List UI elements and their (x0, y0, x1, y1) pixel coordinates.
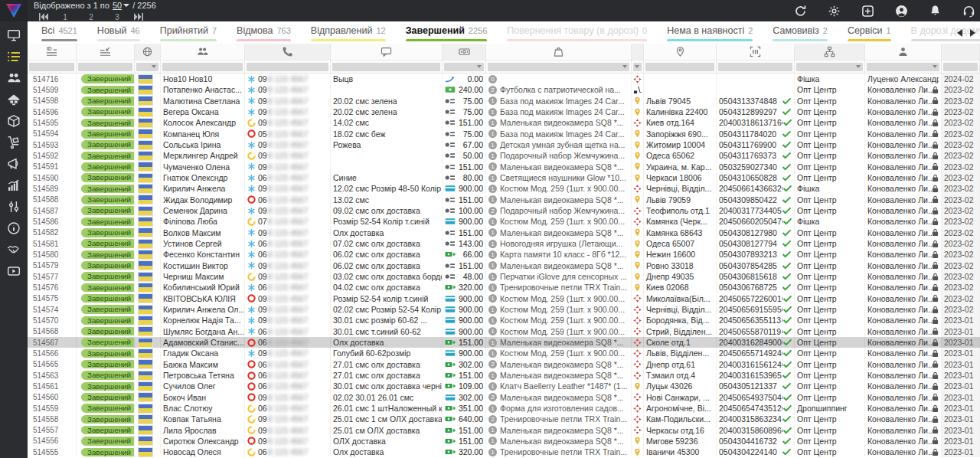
sidebar-item-partners-handshake-icon[interactable] (7, 243, 21, 257)
account-icon[interactable] (895, 5, 908, 18)
table-row[interactable]: 514558ЗавершенийКовпак Татьяна098 123 45… (28, 414, 980, 424)
filter-input-product[interactable] (488, 63, 629, 71)
filter-input-city[interactable] (645, 63, 714, 71)
table-row[interactable]: 514575ЗавершенийКВІТОВСЬКА ЮЛІЯ098 123 4… (28, 293, 980, 304)
table-row[interactable]: 514566ЗавершенийГладик Оксана098 123 456… (28, 348, 980, 358)
table-row[interactable]: 514568ЗавершенийШумляс Богдана Ан...068 … (28, 326, 980, 337)
support-headset-icon[interactable] (962, 5, 975, 18)
sidebar-item-orders-list-icon[interactable] (7, 50, 21, 64)
tab-Завершений[interactable]: Завершений2256 (406, 25, 488, 41)
table-row[interactable]: 514576ЗавершенийКобилинський Юрий068 123… (28, 282, 980, 293)
filter-input-flag[interactable] (136, 63, 158, 71)
table-row[interactable]: 514586ЗавершенийФіліпова Люба078 123 456… (28, 216, 980, 227)
sidebar-item-marketing-megaphone-icon[interactable] (7, 157, 21, 171)
tab-scroll-left-icon[interactable] (957, 29, 962, 37)
filter-input-dicon[interactable] (633, 63, 642, 71)
column-header-dicon[interactable] (632, 44, 644, 60)
page-number-1[interactable]: 1 (52, 13, 78, 21)
table-row[interactable]: 514580ЗавершенийФесенко Константин068 12… (28, 249, 980, 260)
per-page-select[interactable]: 50 (113, 1, 129, 10)
table-row[interactable]: 514574ЗавершенийКирилич Анжела Ол...098 … (28, 304, 980, 315)
gear-icon[interactable] (828, 5, 841, 18)
refresh-icon[interactable] (794, 5, 807, 18)
filter-input-id[interactable] (29, 63, 74, 71)
filter-input-name[interactable] (162, 63, 243, 71)
filter-input-money[interactable] (444, 63, 484, 71)
column-header-money[interactable] (443, 44, 486, 60)
column-header-comment[interactable] (331, 44, 443, 60)
table-row[interactable]: 514577ЗавершенийЧерниш Максим098 123 456… (28, 271, 980, 282)
tab-Всі[interactable]: Всі4521 (41, 25, 77, 41)
column-header-ttn[interactable] (717, 44, 795, 60)
table-row[interactable]: 514590ЗавершенийГнатюк Олексндр068 123 4… (28, 172, 980, 183)
add-order-icon[interactable] (861, 5, 874, 18)
page-number-2[interactable]: 2 (78, 13, 104, 21)
table-row[interactable]: 514594ЗавершенийКомпанец Юля058 123 4567… (28, 129, 980, 139)
table-row[interactable]: 514582ЗавершенийВолков Максим098 123 456… (28, 227, 980, 238)
table-row[interactable]: 514559ЗавершенийВлас Слотюу068 123 45672… (28, 403, 980, 414)
column-header-flag[interactable] (135, 44, 161, 60)
table-row[interactable]: 514579ЗавершенийКостишин Виктор098 123 4… (28, 260, 980, 271)
filter-input-comment[interactable] (332, 63, 440, 71)
table-row[interactable]: 514565ЗавершенийБаюка Максим068 123 4567… (28, 359, 980, 370)
tab-Сервіси[interactable]: Сервіси1 (848, 25, 891, 41)
notifications-bell-icon[interactable] (929, 5, 942, 18)
sidebar-item-monitor-icon[interactable] (7, 28, 21, 42)
table-row[interactable]: 514588ЗавершенийЖидак Володимир068 123 4… (28, 195, 980, 205)
table-row[interactable]: 514560ЗавершенийБокоч Иван098 123 456702… (28, 392, 980, 403)
filter-input-manager[interactable] (867, 63, 939, 71)
sidebar-item-settings-sliders-icon[interactable] (7, 200, 21, 214)
tab-scroll-right-icon[interactable] (970, 29, 975, 37)
sidebar-item-statistics-chart-icon[interactable] (7, 178, 21, 192)
table-row[interactable]: 514591ЗавершенийЧумаченко Олена098 123 4… (28, 162, 980, 172)
tab-Самовивіз[interactable]: Самовивіз2 (773, 25, 828, 41)
table-row[interactable]: 514555ЗавершенийНовосад Олеся068 123 456… (28, 447, 980, 457)
app-logo[interactable] (0, 0, 28, 21)
table-row[interactable]: 514599ЗавершенийПотапенко Анастас...098 … (28, 84, 980, 95)
first-page-button[interactable] (35, 12, 52, 21)
sidebar-item-warehouse-icon[interactable] (7, 93, 21, 106)
sidebar-item-info-icon[interactable] (7, 221, 21, 235)
column-header-phone[interactable] (245, 44, 331, 60)
sidebar-item-procurement-cart-icon[interactable] (7, 136, 21, 149)
sidebar-item-video-tutorials-icon[interactable] (7, 264, 21, 278)
tab-Відмова[interactable]: Відмова763 (237, 25, 291, 41)
column-header-name[interactable] (161, 44, 245, 60)
tab-Нема в наявності[interactable]: Нема в наявності2 (667, 25, 753, 41)
tab-Повернення товару (в дорозі)[interactable]: Повернення товару (в дорозі)0 (507, 25, 647, 41)
table-row[interactable]: 514592ЗавершенийМерклингер Андрей098 123… (28, 150, 980, 161)
table-row[interactable]: 514563ЗавершенийПетровська Тетяна068 123… (28, 370, 980, 381)
filter-input-date[interactable] (943, 63, 978, 71)
table-row[interactable]: 514587ЗавершенийСеменюк Дарина098 123 45… (28, 205, 980, 216)
tab-Прийнятий[interactable]: Прийнятий7 (160, 25, 217, 41)
sidebar-item-products-box-icon[interactable] (7, 114, 21, 128)
filter-input-source[interactable] (796, 63, 863, 71)
column-header-city[interactable] (644, 44, 717, 60)
last-page-button[interactable] (130, 12, 147, 21)
column-header-manager[interactable] (865, 44, 942, 60)
page-number-3[interactable]: 3 (104, 13, 130, 21)
table-row[interactable]: 514567ЗавершенийАдамовский Станис...068 … (28, 337, 980, 348)
table-row[interactable]: 514596ЗавершенийВегера Оксана098 123 456… (28, 106, 980, 117)
filter-input-phone[interactable] (247, 63, 328, 71)
table-row[interactable]: 514561ЗавершенийСучилов Олег068 123 4567… (28, 381, 980, 391)
table-row[interactable]: 514570ЗавершенийКорнелюк Надія Та...098 … (28, 315, 980, 326)
tab-Новый[interactable]: Новый46 (97, 25, 140, 41)
column-header-date[interactable] (942, 44, 980, 60)
column-header-product[interactable] (486, 44, 632, 60)
column-header-status[interactable] (77, 44, 135, 60)
table-row[interactable]: 514589ЗавершенийКирилич Анжела098 123 45… (28, 183, 980, 194)
table-row[interactable]: 514581ЗавершенийУстинов Сергей068 123 45… (28, 238, 980, 249)
sidebar-item-clients-icon[interactable] (7, 71, 21, 85)
filter-input-status[interactable] (78, 63, 132, 71)
column-header-id[interactable]: ID (28, 44, 77, 60)
table-row[interactable]: 514595ЗавершенийКолосок Александр098 123… (28, 117, 980, 128)
tab-Відправлений[interactable]: Відправлений12 (311, 25, 386, 41)
table-row[interactable]: 514593ЗавершенийСольська Ірина098 123 45… (28, 139, 980, 150)
table-row[interactable]: 514598ЗавершенийМалютина Светлана098 123… (28, 96, 980, 106)
table-row[interactable]: 514557ЗавершенийЛила Ярослав098 123 4567… (28, 425, 980, 436)
filter-input-ttn[interactable] (718, 63, 792, 71)
table-row[interactable]: 514556ЗавершенийСиротюк Олександр098 123… (28, 436, 980, 447)
table-row[interactable]: 514716ЗавершенийНов10 Нов10098 123 4567В… (28, 74, 980, 84)
column-header-source[interactable] (795, 44, 865, 60)
